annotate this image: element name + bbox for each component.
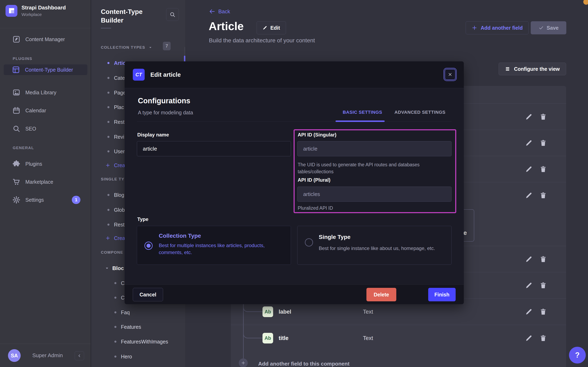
api-id-singular-input[interactable] — [297, 141, 452, 156]
cancel-button[interactable]: Cancel — [133, 288, 163, 301]
edit-field-icon[interactable] — [525, 282, 533, 289]
collection-types-header[interactable]: COLLECTION TYPES7 — [91, 42, 186, 52]
panel-scrollbar-thumb[interactable] — [184, 56, 185, 62]
sidebar-item-media-library[interactable]: Media Library — [0, 86, 91, 99]
component-item[interactable]: Features — [91, 322, 186, 332]
sidebar-item-settings[interactable]: Settings 1 — [0, 193, 91, 206]
builder-item-label: User — [114, 149, 125, 154]
configure-view-button[interactable]: Configure the view — [499, 63, 566, 75]
add-another-field-button[interactable]: Add another field — [466, 21, 529, 34]
collection-types-count-badge: 7 — [163, 42, 171, 50]
chevron-left-icon — [77, 353, 82, 358]
search-button[interactable] — [166, 8, 179, 21]
sidebar-item-content-manager[interactable]: Content Manager — [0, 33, 91, 46]
configure-view-label: Configure the view — [514, 66, 560, 72]
builder-item-label: Hero — [121, 354, 132, 360]
collection-type-radio[interactable] — [144, 242, 153, 250]
collapse-sidebar-button[interactable] — [75, 351, 84, 360]
bullet-icon — [108, 224, 109, 226]
sidebar-item-label: Content Manager — [25, 36, 65, 42]
edit-field-icon[interactable] — [525, 308, 533, 316]
sidebar-item-label: Plugins — [25, 161, 42, 167]
bullet-icon — [108, 92, 109, 94]
delete-field-icon[interactable] — [539, 139, 547, 147]
edit-field-icon[interactable] — [525, 113, 533, 121]
builder-panel-title: Content-Type Builder — [101, 7, 162, 25]
edit-field-icon[interactable] — [525, 334, 533, 342]
add-component-field-label[interactable]: Add another field to this component — [258, 359, 349, 367]
api-id-plural-input[interactable] — [297, 187, 452, 202]
component-item[interactable]: Faq — [91, 308, 186, 317]
api-uid-helper-text: The UID is used to generate the API rout… — [298, 161, 453, 175]
plus-icon — [241, 361, 246, 365]
edit-field-icon[interactable] — [525, 165, 533, 173]
workspace-brand[interactable]: Strapi Dashboard Workplace — [6, 5, 66, 17]
bullet-icon — [108, 121, 109, 123]
sidebar-item-seo[interactable]: SEO — [0, 122, 91, 135]
delete-field-icon[interactable] — [539, 334, 547, 342]
search-icon — [169, 11, 175, 17]
component-item[interactable]: FeaturesWithImages — [91, 337, 186, 347]
builder-item-label: Page — [114, 90, 126, 96]
sidebar-item-content-type-builder[interactable]: Content-Type Builder — [4, 64, 87, 75]
bullet-icon — [108, 194, 109, 196]
tab-basic-settings[interactable]: BASIC SETTINGS — [343, 110, 382, 115]
page-subtitle: Build the data architecture of your cont… — [209, 37, 315, 44]
edit-field-icon[interactable] — [525, 139, 533, 147]
delete-field-icon[interactable] — [539, 192, 547, 199]
delete-field-icon[interactable] — [539, 308, 547, 316]
edit-field-icon[interactable] — [525, 255, 533, 263]
delete-field-icon[interactable] — [539, 282, 547, 289]
tab-advanced-settings[interactable]: ADVANCED SETTINGS — [394, 110, 445, 115]
content-type-builder-icon — [12, 66, 20, 74]
delete-field-icon[interactable] — [539, 255, 547, 263]
builder-item-label: Rest — [114, 119, 124, 125]
tabs-divider — [137, 121, 452, 122]
sidebar-item-label: Media Library — [25, 90, 56, 96]
plus-icon — [105, 236, 110, 241]
bullet-icon — [108, 62, 109, 64]
builder-item-label: Revi — [114, 134, 124, 140]
sidebar-item-marketplace[interactable]: Marketplace — [0, 175, 91, 188]
single-type-radio[interactable] — [305, 238, 313, 247]
add-field-plus-button[interactable] — [239, 359, 248, 367]
sidebar-item-label: Calendar — [25, 108, 46, 114]
back-label: Back — [218, 8, 230, 15]
sidebar-item-calendar[interactable]: Calendar — [0, 104, 91, 117]
edit-button[interactable]: Edit — [257, 21, 286, 34]
finish-button[interactable]: Finish — [428, 288, 456, 301]
bullet-icon — [114, 326, 116, 328]
sidebar-item-label: SEO — [25, 126, 36, 132]
api-id-plural-label: API ID (Plural) — [298, 177, 331, 183]
strapi-logo-icon — [6, 5, 17, 17]
delete-field-icon[interactable] — [539, 165, 547, 173]
active-tab-underline — [336, 120, 385, 122]
chevron-down-icon — [148, 45, 153, 50]
sidebar-item-label: Marketplace — [25, 179, 53, 185]
sidebar-item-label: Content-Type Builder — [25, 67, 73, 73]
section-header-label: COLLECTION TYPES — [101, 45, 145, 50]
modal-close-button[interactable] — [445, 69, 456, 80]
collection-type-title: Collection Type — [159, 233, 201, 239]
sidebar-item-plugins[interactable]: Plugins — [0, 157, 91, 170]
save-button[interactable]: Save — [531, 21, 566, 34]
plus-icon — [472, 25, 477, 31]
user-avatar[interactable]: SA — [8, 349, 21, 362]
bullet-icon — [114, 356, 116, 358]
pencil-icon — [263, 25, 267, 30]
single-type-description: Best for single instance like about us, … — [319, 245, 435, 252]
delete-field-icon[interactable] — [539, 113, 547, 121]
general-section-label: GENERAL — [13, 146, 34, 150]
collection-type-option[interactable]: Collection Type Best for multiple instan… — [137, 226, 291, 265]
display-name-input[interactable] — [137, 141, 291, 156]
back-link[interactable]: Back — [209, 8, 230, 15]
single-type-option[interactable]: Single Type Best for single instance lik… — [297, 226, 452, 265]
help-button[interactable]: ? — [569, 347, 586, 364]
close-icon — [448, 72, 452, 77]
marketplace-cart-icon — [12, 178, 20, 186]
plugins-icon — [12, 160, 20, 168]
configurations-title: Configurations — [138, 97, 190, 105]
edit-field-icon[interactable] — [525, 192, 533, 199]
delete-button[interactable]: Delete — [366, 288, 396, 301]
component-item[interactable]: Hero — [91, 352, 186, 361]
